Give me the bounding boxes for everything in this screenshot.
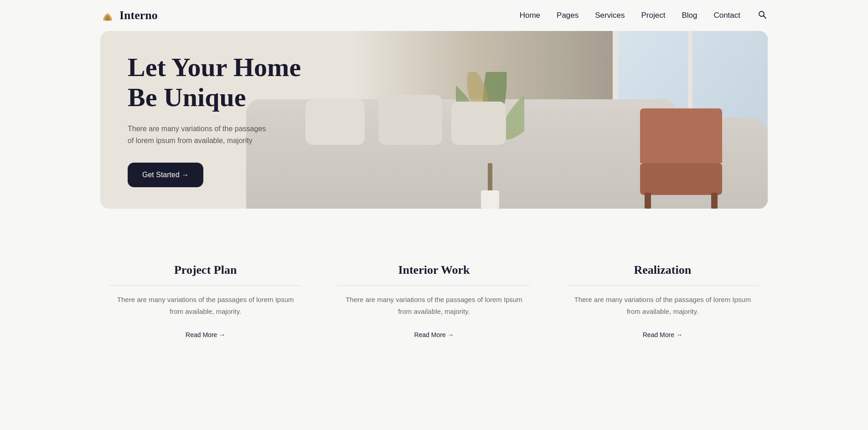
brand-name: Interno — [119, 9, 158, 22]
feature-desc-2: There are many variations of the passage… — [338, 294, 530, 317]
svg-rect-7 — [481, 190, 499, 209]
get-started-button[interactable]: Get Started → — [128, 163, 203, 187]
feature-desc-1: There are many variations of the passage… — [109, 294, 301, 317]
pillow-2 — [378, 95, 442, 145]
logo-icon — [100, 8, 115, 23]
feature-divider-1 — [109, 285, 301, 286]
feature-card-1: Project Plan There are many variations o… — [100, 254, 310, 348]
hero-section: Let Your Home Be Unique There are many v… — [0, 31, 868, 209]
features-section: Project Plan There are many variations o… — [0, 236, 868, 375]
logo[interactable]: Interno — [100, 8, 158, 23]
search-button[interactable] — [757, 9, 768, 22]
feature-link-3[interactable]: Read More → — [643, 331, 682, 338]
nav-pages[interactable]: Pages — [557, 11, 579, 20]
nav-services[interactable]: Services — [595, 11, 625, 20]
feature-title-3: Realization — [567, 263, 759, 277]
hero-subtitle: There are many variations of the passage… — [128, 123, 301, 146]
nav-home[interactable]: Home — [520, 11, 540, 20]
chair-decor — [631, 108, 731, 209]
feature-link-1[interactable]: Read More → — [186, 331, 225, 338]
hero-title: Let Your Home Be Unique — [128, 52, 301, 113]
feature-link-2[interactable]: Read More → — [414, 331, 454, 338]
feature-title-1: Project Plan — [109, 263, 301, 277]
hero-content: Let Your Home Be Unique There are many v… — [100, 31, 328, 209]
feature-title-2: Interior Work — [338, 263, 530, 277]
header: Interno Home Pages Services Project Blog… — [0, 0, 868, 31]
svg-point-0 — [759, 11, 764, 16]
feature-card-3: Realization There are many variations of… — [558, 254, 768, 348]
hero-container: Let Your Home Be Unique There are many v… — [100, 31, 768, 209]
svg-line-1 — [764, 16, 766, 18]
search-icon — [758, 10, 767, 19]
feature-divider-2 — [338, 285, 530, 286]
nav-contact[interactable]: Contact — [713, 11, 740, 20]
nav-blog[interactable]: Blog — [682, 11, 697, 20]
pillow-3 — [451, 102, 506, 145]
nav-project[interactable]: Project — [641, 11, 665, 20]
feature-divider-3 — [567, 285, 759, 286]
feature-card-2: Interior Work There are many variations … — [329, 254, 539, 348]
feature-desc-3: There are many variations of the passage… — [567, 294, 759, 317]
main-nav: Home Pages Services Project Blog Contact — [520, 9, 768, 22]
